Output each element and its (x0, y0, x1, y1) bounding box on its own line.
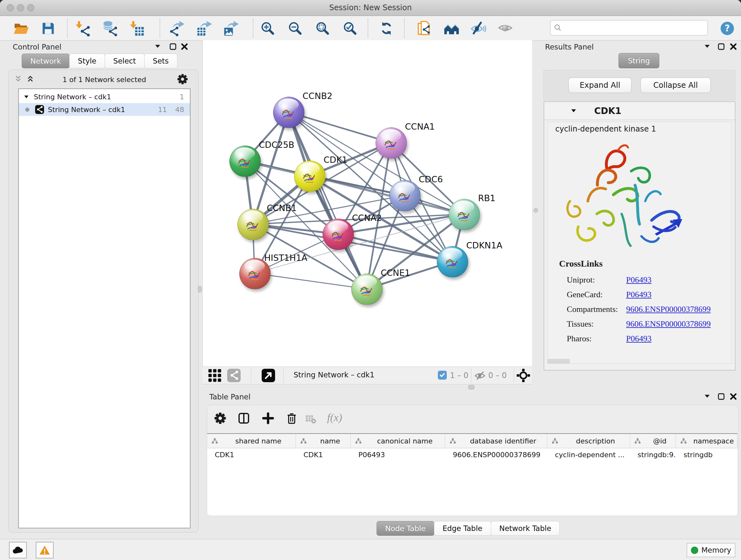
network-node-CCNB2[interactable] (273, 97, 305, 128)
crosslink-link[interactable]: 9606.ENSP00000378699 (626, 319, 711, 329)
results-panel-close-button[interactable] (730, 43, 737, 51)
function-builder-button[interactable]: f(x) (327, 412, 342, 424)
network-node-CCNA2[interactable] (323, 219, 354, 250)
import-network-file-button[interactable] (73, 19, 92, 38)
import-table-button[interactable] (128, 19, 146, 38)
clone-network-button[interactable] (415, 19, 433, 38)
network-collection-row[interactable]: String Network – cdk1 1 (19, 90, 190, 103)
collapse-all-networks-button[interactable] (14, 75, 22, 83)
column-header--id[interactable]: @id (630, 434, 676, 448)
control-panel-float-button[interactable] (169, 43, 177, 51)
delete-table-button[interactable] (305, 413, 316, 424)
eye-slash-icon (470, 20, 486, 37)
clone-document-icon (416, 20, 432, 37)
expand-all-networks-button[interactable] (26, 75, 34, 83)
tab-style[interactable]: Style (69, 54, 105, 68)
table-panel-menu-button[interactable] (704, 394, 711, 398)
table-panel-float-button[interactable] (718, 393, 725, 400)
export-table-button[interactable] (195, 19, 213, 38)
tab-sets[interactable]: Sets (144, 54, 178, 68)
export-network-button[interactable] (167, 19, 186, 38)
node-gloss-highlight (328, 221, 348, 233)
search-input[interactable] (564, 23, 708, 32)
table-cell: 9606.ENSP00000378699 (445, 448, 547, 461)
open-in-new-window-button[interactable] (262, 369, 275, 382)
table-row[interactable]: CDK1CDK1P064939606.ENSP00000378699cyclin… (207, 448, 738, 461)
tab-network-table[interactable]: Network Table (491, 521, 560, 536)
highlight-button[interactable] (496, 19, 515, 38)
expand-all-button[interactable]: Expand All (568, 78, 631, 93)
network-node-RB1[interactable] (449, 199, 480, 230)
control-panel-menu-button[interactable] (154, 44, 161, 49)
string-import-button[interactable] (442, 19, 461, 38)
open-session-button[interactable] (11, 19, 30, 38)
column-type-icon (450, 438, 456, 444)
eye-slash-gray-icon (474, 370, 486, 381)
selected-checkbox[interactable] (438, 371, 447, 380)
table-panel-close-button[interactable] (730, 393, 737, 400)
crosslink-link[interactable]: 9606.ENSP00000378699 (626, 305, 711, 314)
create-column-button[interactable] (262, 412, 274, 424)
zoom-selected-button[interactable] (341, 19, 359, 38)
right-splitter-handle[interactable] (534, 208, 538, 212)
network-node-CDC6[interactable] (389, 180, 421, 211)
cloud-status-button[interactable] (9, 542, 27, 558)
table-options-gear-button[interactable] (214, 412, 226, 424)
selected-node-edge-counts: 1 – 0 (450, 371, 468, 380)
refresh-network-button[interactable] (377, 19, 396, 38)
column-header-canonical-name[interactable]: canonical name (351, 434, 445, 448)
horizontal-splitter-handle[interactable] (468, 385, 475, 389)
help-button[interactable]: ? (719, 19, 735, 38)
network-options-gear-button[interactable] (177, 74, 188, 84)
network-node-CCNB1[interactable] (238, 209, 269, 240)
network-node-CDKN1A[interactable] (437, 246, 468, 277)
results-panel-menu-button[interactable] (704, 44, 711, 49)
control-panel-close-button[interactable] (181, 43, 188, 51)
column-header-description[interactable]: description (547, 434, 630, 448)
gene-card-header[interactable]: CDK1 (544, 102, 735, 120)
save-session-button[interactable] (39, 19, 57, 38)
search-field[interactable] (550, 20, 708, 36)
column-header-database-identifier[interactable]: database identifier (445, 434, 547, 448)
network-view-canvas[interactable]: CCNB2CCNA1CDC25BCDK1CDC6RB1CCNB1CCNA2CDK… (202, 40, 532, 367)
column-header-namespace[interactable]: namespace (676, 434, 738, 448)
protein-structure-image (559, 140, 687, 262)
string-style-button[interactable] (227, 369, 241, 382)
tab-select[interactable]: Select (105, 54, 145, 68)
crosslink-link[interactable]: P06493 (626, 275, 651, 285)
node-label-RB1: RB1 (478, 193, 495, 203)
delete-column-button[interactable] (286, 412, 298, 424)
network-node-CDC25B[interactable] (229, 145, 261, 177)
memory-button[interactable]: Memory (687, 543, 735, 557)
tab-node-table[interactable]: Node Table (377, 521, 434, 536)
results-panel-float-button[interactable] (718, 43, 725, 51)
tab-edge-table[interactable]: Edge Table (434, 521, 491, 536)
show-columns-button[interactable] (238, 412, 250, 424)
collapse-all-button[interactable]: Collapse All (641, 78, 711, 93)
crosslink-link[interactable]: P06493 (626, 290, 651, 300)
export-image-button[interactable] (221, 19, 240, 38)
node-position-reset-button[interactable] (516, 368, 530, 382)
crosslink-link[interactable]: P06493 (626, 334, 651, 344)
double-chevron-down-icon (14, 75, 22, 83)
column-header-shared-name[interactable]: shared name (207, 434, 296, 448)
tab-string[interactable]: String (618, 53, 659, 68)
hidden-items-button[interactable] (474, 370, 486, 381)
results-scrollbar-corner[interactable] (548, 359, 570, 363)
column-type-icon (680, 438, 687, 444)
column-header-name[interactable]: name (296, 434, 351, 448)
warnings-button[interactable] (36, 542, 54, 558)
network-node-CCNE1[interactable] (351, 273, 383, 305)
zoom-fit-button[interactable] (313, 19, 332, 38)
network-node-CCNA1[interactable] (376, 127, 407, 159)
fx-label: f(x) (327, 412, 342, 424)
import-network-database-button[interactable] (101, 19, 119, 38)
zoom-in-button[interactable] (259, 19, 277, 38)
network-row-selected[interactable]: String Network – cdk1 11 48 (19, 103, 190, 116)
hide-unhide-button[interactable] (469, 19, 488, 38)
show-grid-button[interactable] (208, 369, 221, 382)
network-node-CDK1[interactable] (294, 161, 326, 192)
left-splitter-handle[interactable] (198, 286, 202, 293)
zoom-out-button[interactable] (286, 19, 305, 38)
tab-network[interactable]: Network (22, 54, 70, 68)
